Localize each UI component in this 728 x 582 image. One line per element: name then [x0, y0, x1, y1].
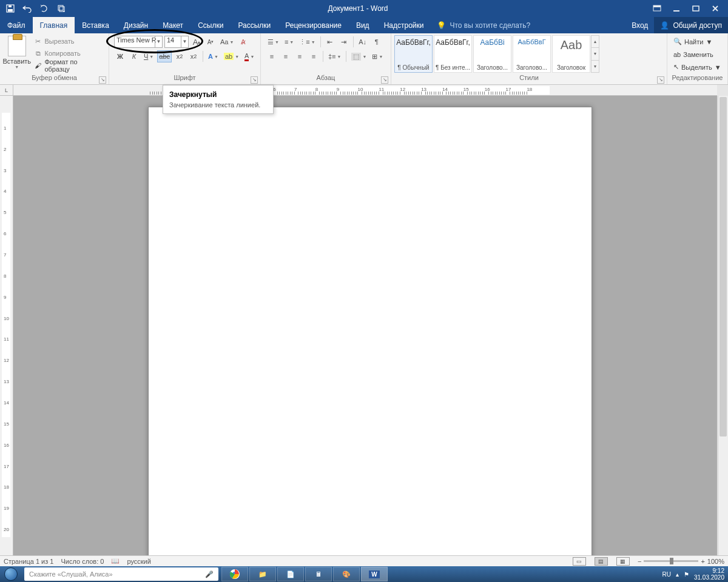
- customize-qat-icon[interactable]: [55, 2, 68, 15]
- style-title[interactable]: AabЗаголовок: [552, 35, 590, 73]
- style-normal[interactable]: АаБбВвГг,¶ Обычный: [394, 35, 433, 73]
- highlight-button[interactable]: ab▼: [222, 50, 241, 62]
- tray-flag-icon[interactable]: ⚑: [684, 571, 689, 578]
- borders-button[interactable]: ⊞▼: [370, 50, 385, 62]
- tab-design[interactable]: Дизайн: [116, 17, 155, 33]
- bold-button[interactable]: Ж: [114, 50, 126, 62]
- numbering-button[interactable]: ≡▼: [283, 36, 295, 48]
- svg-rect-1: [8, 9, 13, 12]
- start-button[interactable]: [0, 566, 22, 582]
- tab-layout[interactable]: Макет: [155, 17, 190, 33]
- font-color-button[interactable]: A▼: [243, 50, 256, 62]
- zoom-level[interactable]: 100%: [707, 558, 724, 565]
- format-painter-button[interactable]: 🖌Формат по образцу: [34, 60, 104, 71]
- copy-button[interactable]: ⧉Копировать: [34, 48, 104, 59]
- vertical-scrollbar[interactable]: [718, 96, 728, 555]
- italic-button[interactable]: К: [128, 50, 140, 62]
- replace-button[interactable]: abЗаменить: [673, 48, 721, 60]
- status-proofing-icon[interactable]: 📖: [111, 557, 120, 565]
- clipboard-launcher[interactable]: ↘: [99, 76, 106, 84]
- zoom-out-button[interactable]: −: [638, 558, 641, 565]
- align-right-button[interactable]: ≡: [294, 50, 306, 62]
- superscript-button[interactable]: x2: [187, 50, 200, 62]
- share-button[interactable]: 👤 Общий доступ: [654, 17, 728, 33]
- status-language[interactable]: русский: [127, 558, 150, 565]
- undo-icon[interactable]: [21, 2, 34, 15]
- taskbar-explorer[interactable]: 📁: [249, 567, 276, 581]
- bullets-button[interactable]: ☰▼: [266, 36, 281, 48]
- tab-file[interactable]: Файл: [0, 17, 33, 33]
- change-case-button[interactable]: Aa▼: [218, 36, 235, 48]
- line-spacing-button[interactable]: ‡≡▼: [326, 50, 343, 62]
- style-heading2[interactable]: АаБбВвГЗаголово...: [513, 35, 551, 73]
- font-size-combo[interactable]: 14▼: [164, 36, 189, 48]
- taskbar-chrome[interactable]: [221, 567, 248, 581]
- close-icon[interactable]: [709, 2, 722, 15]
- underline-button[interactable]: Ч▼: [142, 50, 155, 62]
- tab-mailings[interactable]: Рассылки: [231, 17, 278, 33]
- signin-button[interactable]: Вход: [625, 17, 654, 33]
- subscript-button[interactable]: x2: [174, 50, 186, 62]
- zoom-in-button[interactable]: +: [701, 558, 704, 565]
- tray-up-icon[interactable]: ▴: [676, 571, 679, 578]
- paragraph-launcher[interactable]: ↘: [381, 76, 388, 84]
- status-page[interactable]: Страница 1 из 1: [4, 558, 53, 565]
- style-nospacing[interactable]: АаБбВвГг,¶ Без инте...: [434, 35, 472, 73]
- taskbar-paint[interactable]: 🎨: [333, 567, 360, 581]
- tell-me[interactable]: 💡 Что вы хотите сделать?: [431, 17, 536, 33]
- shading-button[interactable]: ⬚▼: [349, 50, 368, 62]
- style-heading1[interactable]: АаБбВіЗаголово...: [473, 35, 511, 73]
- multilevel-button[interactable]: ⋮≡▼: [297, 36, 317, 48]
- scissors-icon: ✂: [34, 37, 42, 45]
- save-icon[interactable]: [4, 2, 17, 15]
- strikethrough-button[interactable]: abc: [157, 50, 172, 62]
- ribbon-options-icon[interactable]: [650, 2, 664, 15]
- taskbar-word[interactable]: W: [361, 567, 388, 581]
- align-center-button[interactable]: ≡: [280, 50, 292, 62]
- vertical-ruler[interactable]: 1234567891011121314151617181920: [0, 96, 13, 555]
- tab-references[interactable]: Ссылки: [190, 17, 231, 33]
- minimize-icon[interactable]: [670, 2, 683, 15]
- person-icon: 👤: [660, 21, 669, 30]
- shrink-font-button[interactable]: A▾: [204, 36, 217, 48]
- decrease-indent-button[interactable]: ⇤: [324, 36, 336, 48]
- view-print-button[interactable]: ▤: [595, 557, 608, 566]
- paste-button[interactable]: Вставить ▼: [2, 35, 32, 69]
- justify-button[interactable]: ≡: [308, 50, 320, 62]
- tab-insert[interactable]: Вставка: [75, 17, 116, 33]
- maximize-icon[interactable]: [689, 2, 703, 15]
- document-area: [13, 96, 717, 555]
- select-button[interactable]: ↖Выделить▼: [673, 61, 721, 73]
- taskbar-notepad[interactable]: 📄: [277, 567, 304, 581]
- find-button[interactable]: 🔍Найти▼: [673, 36, 721, 47]
- tab-addins[interactable]: Надстройки: [377, 17, 431, 33]
- styles-scroll[interactable]: ▴▾▾: [591, 35, 599, 73]
- view-read-button[interactable]: ▭: [573, 557, 586, 566]
- redo-icon[interactable]: [38, 2, 51, 15]
- view-web-button[interactable]: ▦: [616, 557, 630, 566]
- page[interactable]: [148, 107, 592, 555]
- grow-font-button[interactable]: A▴: [190, 36, 203, 48]
- zoom-slider[interactable]: [644, 560, 698, 562]
- font-launcher[interactable]: ↘: [251, 76, 258, 84]
- styles-launcher[interactable]: ↘: [657, 76, 664, 84]
- taskbar-calc[interactable]: 🖩: [305, 567, 332, 581]
- text-effects-button[interactable]: A▼: [206, 50, 220, 62]
- tray-clock[interactable]: 9:12 31.03.2020: [694, 567, 724, 581]
- show-marks-button[interactable]: ¶: [371, 36, 383, 48]
- increase-indent-button[interactable]: ⇥: [338, 36, 350, 48]
- tab-view[interactable]: Вид: [349, 17, 377, 33]
- alice-search[interactable]: Скажите «Слушай, Алиса» 🎤: [24, 567, 218, 581]
- cut-button[interactable]: ✂Вырезать: [34, 36, 104, 47]
- clear-format-button[interactable]: A̷: [237, 36, 249, 48]
- align-left-button[interactable]: ≡: [266, 50, 278, 62]
- tab-review[interactable]: Рецензирование: [278, 17, 349, 33]
- tray-lang[interactable]: RU: [662, 571, 670, 578]
- tab-home[interactable]: Главная: [33, 17, 75, 33]
- lightbulb-icon: 💡: [437, 21, 446, 30]
- font-name-combo[interactable]: Times New R▼: [114, 36, 163, 48]
- status-words[interactable]: Число слов: 0: [61, 558, 104, 565]
- horizontal-ruler[interactable]: 123456789101112131415161718: [13, 85, 717, 96]
- sort-button[interactable]: A↓: [357, 36, 369, 48]
- ruler-corner[interactable]: L: [0, 85, 13, 96]
